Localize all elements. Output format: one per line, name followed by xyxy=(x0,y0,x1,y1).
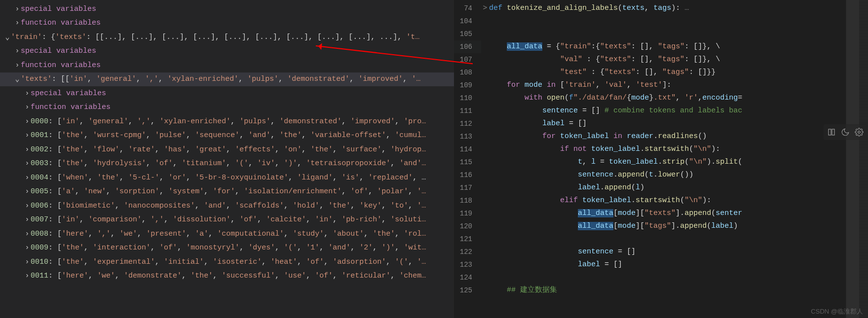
code-line[interactable]: sentence = [] # combine tokens and label… xyxy=(481,105,846,117)
debug-row[interactable]: › 0011: ['here', 'we', 'demonstrate', 't… xyxy=(0,269,454,283)
line-number: 122 xyxy=(454,246,481,258)
debug-row[interactable]: › 0000: ['in', 'general', ',', 'xylan-en… xyxy=(0,114,454,129)
chevron-right-icon[interactable]: › xyxy=(24,159,31,168)
code-line[interactable]: label.append(l) xyxy=(481,181,846,194)
line-gutter: 7410410510610710810911011111211311411511… xyxy=(454,0,481,318)
chevron-right-icon[interactable]: › xyxy=(14,61,21,70)
debug-row[interactable]: › 0005: ['a', 'new', 'sorption', 'system… xyxy=(0,185,454,199)
code-line[interactable]: all_data[mode]["texts"].append(senter xyxy=(481,207,846,220)
columns-icon[interactable] xyxy=(826,126,837,138)
code-line[interactable]: "val" : {"texts": [], "tags": []}, \ xyxy=(481,53,846,66)
code-line[interactable]: ## 建立数据集 xyxy=(481,284,846,297)
debug-row[interactable]: › 0006: ['biomimetic', 'nanocomposites',… xyxy=(0,199,454,213)
debug-row[interactable]: ⌄ 'texts': [['in', 'general', ',', 'xyla… xyxy=(0,72,454,87)
debug-row[interactable]: › 0002: ['the', 'flow', 'rate', 'has', '… xyxy=(0,142,454,157)
chevron-down-icon[interactable]: ⌄ xyxy=(4,33,11,42)
code-line[interactable]: with open(f"./data/fan/{mode}.txt", 'r',… xyxy=(481,92,846,105)
line-number: 120 xyxy=(454,220,481,233)
line-number: 121 xyxy=(454,233,481,246)
debug-row-content: 'texts': [['in', 'general', ',', 'xylan-… xyxy=(21,75,420,83)
debug-row[interactable]: › 0009: ['the', 'interaction', 'of', 'mo… xyxy=(0,241,454,255)
chevron-right-icon[interactable]: › xyxy=(24,103,31,111)
editor-pane[interactable]: 7410410510610710810911011111211311411511… xyxy=(454,0,868,318)
debug-row-content: 'train': {'texts': [[...], [...], [...],… xyxy=(11,33,419,41)
debug-row[interactable]: › function variables xyxy=(0,16,454,31)
debug-row[interactable]: › special variables xyxy=(0,44,454,59)
code-line[interactable] xyxy=(481,233,846,246)
chevron-right-icon[interactable]: › xyxy=(24,145,31,154)
code-line[interactable]: all_data = {"train":{"texts": [], "tags"… xyxy=(481,40,846,53)
code-line[interactable] xyxy=(481,28,846,40)
watermark: CSDN @临淮郡人 xyxy=(811,307,863,316)
code-line[interactable]: for mode in ['train', 'val', 'test']: xyxy=(481,79,846,92)
chevron-down-icon[interactable]: ⌄ xyxy=(14,74,21,84)
debug-row[interactable]: › 0001: ['the', 'wurst-cpmg', 'pulse', '… xyxy=(0,129,454,143)
debug-row[interactable]: › 0010: ['the', 'experimental', 'initial… xyxy=(0,255,454,269)
chevron-right-icon[interactable]: › xyxy=(14,5,21,13)
debug-row-content: 0000: ['in', 'general', ',', 'xylan-enri… xyxy=(31,117,426,126)
svg-rect-0 xyxy=(829,129,831,135)
debug-row-content: special variables xyxy=(21,5,96,13)
floating-toolbar xyxy=(824,124,867,140)
line-number: 106 xyxy=(454,40,481,53)
code-line[interactable]: sentence.append(t.lower()) xyxy=(481,169,846,181)
debug-row[interactable]: › 0004: ['when', 'the', '5-cl-', 'or', '… xyxy=(0,171,454,185)
line-number: 74 xyxy=(454,2,481,15)
debug-row[interactable]: › special variables xyxy=(0,2,454,16)
code-line[interactable]: label = [] xyxy=(481,117,846,130)
chevron-right-icon[interactable]: › xyxy=(14,47,21,55)
debug-row-content: 0008: ['here', ',', 'we', 'present', 'a'… xyxy=(31,230,426,238)
gear-icon[interactable] xyxy=(853,126,865,138)
line-number: 115 xyxy=(454,156,481,169)
code-line[interactable] xyxy=(481,271,846,284)
debug-row-content: 0007: ['in', 'comparison', ',', 'dissolu… xyxy=(31,215,426,224)
line-number: 105 xyxy=(454,28,481,40)
code-line[interactable]: >def tokenize_and_align_labels(texts, ta… xyxy=(481,2,846,15)
chevron-right-icon[interactable]: › xyxy=(14,19,21,27)
debug-row[interactable]: › special variables xyxy=(0,86,454,101)
chevron-right-icon[interactable]: › xyxy=(24,89,31,98)
debug-row[interactable]: › 0003: ['the', 'hydrolysis', 'of', 'tit… xyxy=(0,157,454,171)
code-line[interactable]: all_data[mode]["tags"].append(label) xyxy=(481,220,846,233)
debug-row[interactable]: › 0007: ['in', 'comparison', ',', 'disso… xyxy=(0,213,454,227)
chevron-right-icon[interactable]: › xyxy=(24,244,31,252)
code-line[interactable]: for token_label in reader.readlines() xyxy=(481,130,846,143)
chevron-right-icon[interactable]: › xyxy=(24,272,31,280)
minimap[interactable] xyxy=(846,0,868,318)
line-number: 124 xyxy=(454,271,481,284)
line-number: 111 xyxy=(454,105,481,117)
debug-row-content: 0003: ['the', 'hydrolysis', 'of', 'titan… xyxy=(31,159,426,168)
chevron-right-icon[interactable]: › xyxy=(24,215,31,224)
debug-row-content: function variables xyxy=(21,61,101,70)
chevron-right-icon[interactable]: › xyxy=(24,117,31,126)
debug-row-content: 0005: ['a', 'new', 'sorption', 'system',… xyxy=(31,187,426,196)
line-number: 104 xyxy=(454,15,481,28)
chevron-right-icon[interactable]: › xyxy=(24,187,31,196)
debug-row-content: 0002: ['the', 'flow', 'rate', 'has', 'gr… xyxy=(31,145,426,154)
chevron-right-icon[interactable]: › xyxy=(24,258,31,266)
code-line[interactable]: sentence = [] xyxy=(481,246,846,258)
moon-icon[interactable] xyxy=(839,126,851,138)
fold-chevron-icon[interactable]: > xyxy=(481,2,489,15)
line-number: 123 xyxy=(454,258,481,271)
debug-row[interactable]: › function variables xyxy=(0,58,454,72)
code-line[interactable]: if not token_label.startswith("\n"): xyxy=(481,143,846,156)
debug-variables-panel[interactable]: › special variables› function variables⌄… xyxy=(0,0,454,318)
code-area[interactable]: >def tokenize_and_align_labels(texts, ta… xyxy=(481,0,846,318)
chevron-right-icon[interactable]: › xyxy=(24,174,31,182)
debug-row[interactable]: ⌄ 'train': {'texts': [[...], [...], [...… xyxy=(0,30,454,44)
debug-row-content: 0009: ['the', 'interaction', 'of', 'mono… xyxy=(31,244,426,252)
chevron-right-icon[interactable]: › xyxy=(24,131,31,140)
code-line[interactable] xyxy=(481,15,846,28)
code-line[interactable]: elif token_label.startswith("\n"): xyxy=(481,194,846,207)
code-line[interactable]: t, l = token_label.strip("\n").split( xyxy=(481,156,846,169)
debug-row[interactable]: › function variables xyxy=(0,101,454,115)
debug-row[interactable]: › 0008: ['here', ',', 'we', 'present', '… xyxy=(0,227,454,241)
line-number: 113 xyxy=(454,130,481,143)
code-line[interactable]: label = [] xyxy=(481,258,846,271)
chevron-right-icon[interactable]: › xyxy=(24,230,31,238)
debug-row-content: special variables xyxy=(21,47,96,55)
chevron-right-icon[interactable]: › xyxy=(24,202,31,210)
debug-row-content: function variables xyxy=(31,103,111,111)
code-line[interactable]: "test" : {"texts": [], "tags": []}} xyxy=(481,66,846,79)
